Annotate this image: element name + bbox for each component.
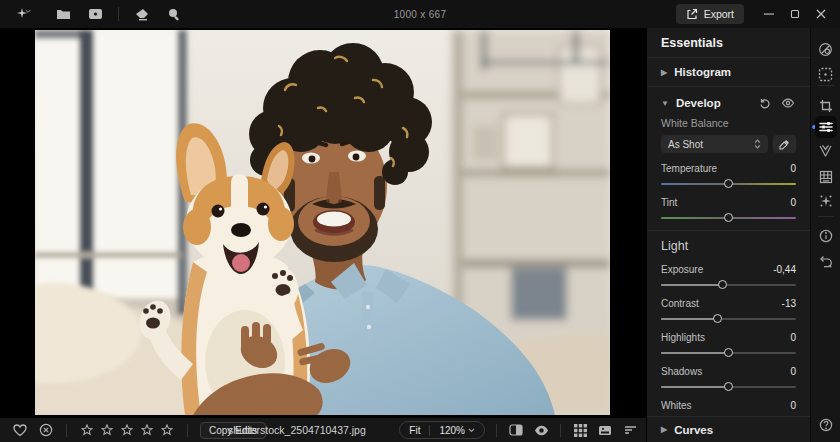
photo-editor-window: 1000 x 667 Export xyxy=(0,0,840,442)
zoom-level-button[interactable]: 120% xyxy=(430,422,484,438)
bottom-divider xyxy=(560,424,561,437)
slider-thumb[interactable] xyxy=(718,280,727,289)
star-icon[interactable] xyxy=(119,422,135,438)
star-icon[interactable] xyxy=(99,422,115,438)
white-balance-label: White Balance xyxy=(661,117,796,129)
star-icon[interactable] xyxy=(159,422,175,438)
select-chevrons-icon xyxy=(754,139,761,149)
chevron-down-icon: ▼ xyxy=(661,99,669,108)
panel-title: Essentials xyxy=(647,28,810,58)
slider-contrast: Contrast -13 xyxy=(661,297,796,324)
slider-value: 0 xyxy=(790,400,796,411)
slider-track[interactable] xyxy=(661,280,796,290)
slider-label: Highlights xyxy=(661,332,705,343)
chevron-down-icon xyxy=(468,428,475,433)
clone-stamp-icon[interactable] xyxy=(165,5,183,23)
bottom-toolbar: Copy Edits shutterstock_2504710437.jpg F… xyxy=(0,418,646,442)
export-icon xyxy=(686,8,698,20)
rail-divider xyxy=(818,85,834,86)
slider-value: -0,44 xyxy=(773,264,796,275)
ai-enhance-icon[interactable] xyxy=(14,5,40,23)
filename-label: shutterstock_2504710437.jpg xyxy=(228,424,366,436)
bottom-divider xyxy=(66,424,67,437)
select-marquee-icon[interactable] xyxy=(818,66,834,82)
lut-grid-icon[interactable] xyxy=(818,169,834,185)
gallery-grid-icon[interactable] xyxy=(572,422,588,438)
zoom-control: Fit 120% xyxy=(399,421,485,439)
compare-split-icon[interactable] xyxy=(508,422,524,438)
slider-label: Contrast xyxy=(661,298,699,309)
editor-canvas xyxy=(0,28,646,418)
develop-section: ▼ Develop White Balance As Shot xyxy=(647,87,810,442)
slider-thumb[interactable] xyxy=(713,314,722,323)
slider-track[interactable] xyxy=(661,179,796,189)
maximize-button[interactable] xyxy=(782,0,808,28)
eraser-icon[interactable] xyxy=(133,5,151,23)
bottom-divider xyxy=(496,424,497,437)
history-undo-icon[interactable] xyxy=(818,253,834,269)
slider-track[interactable] xyxy=(661,382,796,392)
light-group-label: Light xyxy=(661,239,796,253)
slider-thumb[interactable] xyxy=(724,348,733,357)
photo-man-with-corgi[interactable] xyxy=(35,30,610,415)
slider-track[interactable] xyxy=(661,348,796,358)
slider-thumb[interactable] xyxy=(724,179,733,188)
fit-button[interactable]: Fit xyxy=(400,422,429,438)
export-button-label: Export xyxy=(704,8,734,20)
rail-divider xyxy=(818,216,834,217)
slider-track[interactable] xyxy=(661,314,796,324)
mask-icon[interactable] xyxy=(818,143,834,159)
toolbar-divider xyxy=(118,7,119,21)
bottom-divider xyxy=(187,424,188,437)
slider-label: Shadows xyxy=(661,366,702,377)
slider-highlights: Highlights 0 xyxy=(661,331,796,358)
slider-exposure: Exposure -0,44 xyxy=(661,263,796,290)
star-rating xyxy=(79,422,175,438)
edit-adjustments-icon[interactable] xyxy=(815,116,837,138)
slider-value: 0 xyxy=(790,366,796,377)
slider-shadows: Shadows 0 xyxy=(661,365,796,392)
slider-label: Exposure xyxy=(661,264,703,275)
window-controls xyxy=(756,0,834,28)
slider-track[interactable] xyxy=(661,213,796,223)
visibility-eye-icon[interactable] xyxy=(780,95,796,111)
edit-panel: Essentials ▶ Histogram ▼ Develop White B… xyxy=(646,28,810,442)
preview-eye-icon[interactable] xyxy=(533,422,549,438)
tool-rail xyxy=(810,28,840,442)
filmstrip-icon[interactable] xyxy=(597,422,613,438)
ai-sparkle-icon[interactable] xyxy=(818,193,834,209)
star-icon[interactable] xyxy=(139,422,155,438)
slider-thumb[interactable] xyxy=(724,213,733,222)
chevron-right-icon: ▶ xyxy=(661,425,667,434)
white-balance-select[interactable]: As Shot xyxy=(661,135,768,153)
star-icon[interactable] xyxy=(79,422,95,438)
develop-section-header[interactable]: Develop xyxy=(676,97,721,109)
histogram-section-header[interactable]: ▶ Histogram xyxy=(647,58,810,87)
favorite-heart-icon[interactable] xyxy=(12,422,28,438)
slider-label: Temperature xyxy=(661,163,717,174)
eyedropper-button[interactable] xyxy=(773,135,796,153)
add-photo-icon[interactable] xyxy=(86,5,104,23)
slider-label: Whites xyxy=(661,400,692,411)
crop-icon[interactable] xyxy=(818,98,834,114)
info-icon[interactable] xyxy=(818,228,834,244)
slider-label: Tint xyxy=(661,197,677,208)
presets-icon[interactable] xyxy=(818,41,834,57)
slider-temperature: Temperature 0 xyxy=(661,162,796,189)
slider-value: -13 xyxy=(782,298,796,309)
section-divider xyxy=(647,230,810,231)
slider-tint: Tint 0 xyxy=(661,196,796,223)
export-button[interactable]: Export xyxy=(676,4,744,24)
minimize-button[interactable] xyxy=(756,0,782,28)
folder-icon[interactable] xyxy=(54,5,72,23)
slider-value: 0 xyxy=(790,197,796,208)
slider-thumb[interactable] xyxy=(724,382,733,391)
curves-section-header[interactable]: ▶ Curves xyxy=(647,416,810,442)
slider-value: 0 xyxy=(790,163,796,174)
reset-adjustments-icon[interactable] xyxy=(757,95,773,111)
help-icon[interactable] xyxy=(818,417,834,433)
reject-icon[interactable] xyxy=(38,422,54,438)
close-button[interactable] xyxy=(808,0,834,28)
sort-list-icon[interactable] xyxy=(622,422,638,438)
chevron-right-icon: ▶ xyxy=(661,68,667,77)
